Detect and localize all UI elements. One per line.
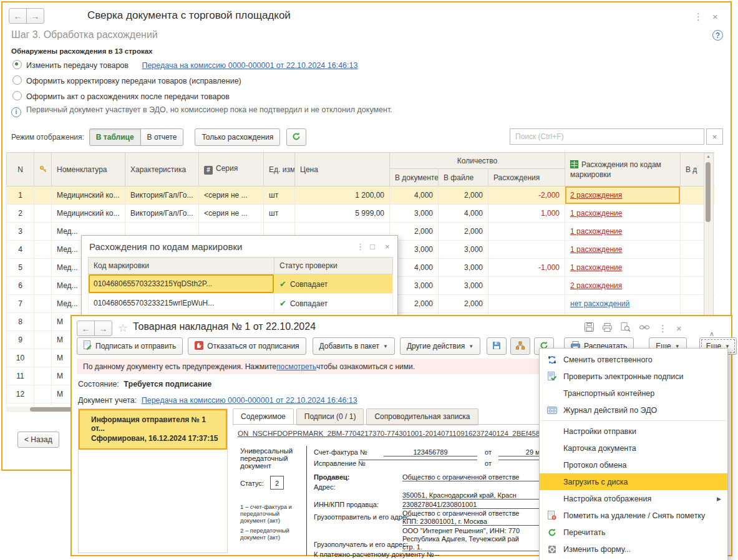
cell-unit[interactable]: шт (264, 186, 295, 205)
menu-item[interactable]: Журнал действий по ЭДО (540, 402, 727, 418)
back-step-button[interactable]: < Назад (17, 432, 59, 448)
cell-lock[interactable] (34, 385, 52, 403)
window-menu-icon[interactable]: ⋮ (694, 12, 703, 21)
menu-item[interactable]: Сменить ответственного (540, 351, 727, 368)
cell-check-status[interactable]: ✔Совпадает (274, 294, 393, 313)
forward-button[interactable]: → (26, 8, 44, 24)
option-act[interactable]: Оформить акт о расхождениях после переда… (12, 91, 230, 101)
col-header-nomenclature[interactable]: Номенклатура (52, 153, 125, 186)
cell-n[interactable]: 4 (7, 241, 34, 259)
close-icon[interactable]: × (712, 12, 718, 21)
menu-item[interactable]: Настройки отправки (540, 423, 727, 440)
cell-lock[interactable] (34, 205, 52, 223)
cell-n[interactable]: 2 (7, 205, 34, 223)
discrepancy-link[interactable]: 1 расхождение (570, 227, 622, 236)
cell-n[interactable]: 6 (7, 277, 34, 295)
cell-price[interactable]: 1 200,00 (295, 186, 390, 205)
window-menu-icon[interactable]: ⋮ (658, 324, 668, 333)
menu-item[interactable]: Карточка документа (540, 440, 727, 456)
cell-marking-code[interactable]: 0104680655703233215wrlEpWuH... (89, 294, 274, 313)
col-header-qty-file[interactable]: В файле (439, 169, 488, 186)
col-header-unit[interactable]: Ед. изм. (264, 153, 295, 186)
menu-item[interactable]: Изменить форму... (540, 541, 727, 558)
cell-qty-diff[interactable] (488, 241, 565, 259)
cell-qty-diff[interactable]: 1,000 (488, 205, 565, 223)
link-icon[interactable] (639, 324, 649, 332)
table-row[interactable]: 1Медицинский ко...Виктория/Гал/Го...<сер… (7, 186, 715, 205)
sign-send-button[interactable]: Подписать и отправить (77, 337, 183, 355)
cell-qty-doc[interactable]: 4,000 (390, 186, 439, 205)
menu-item[interactable]: Проверить электронные подписи (540, 368, 727, 385)
refresh-button[interactable] (286, 128, 306, 146)
transfer-doc-link[interactable]: Передача на комиссию 0000-000001 от 22.1… (142, 61, 357, 70)
cell-qty-diff[interactable] (488, 277, 565, 295)
menu-item[interactable]: Пометить на удаление / Снять пометку (540, 507, 727, 524)
cell-lock[interactable] (34, 403, 52, 406)
menu-item[interactable]: Перечитать (540, 524, 727, 541)
radio-icon[interactable] (12, 75, 22, 85)
cell-check-status[interactable]: ✔Совпадает (274, 274, 393, 294)
cell-marking-link[interactable]: 2 расхождения (565, 186, 681, 205)
col-header-series[interactable]: #Серия (199, 153, 264, 186)
col-header-characteristic[interactable]: Характеристика (125, 153, 199, 186)
cell-lock[interactable] (34, 277, 52, 295)
cell-nomenclature[interactable]: Медицинский ко... (52, 186, 125, 205)
cell-qty-file[interactable]: 3,000 (439, 259, 488, 277)
cell-n[interactable]: 12 (7, 385, 34, 403)
favorite-star-icon[interactable]: ☆ (118, 321, 128, 335)
warning-view-link[interactable]: посмотреть (276, 362, 316, 371)
cell-lock[interactable] (34, 295, 52, 313)
cell-unit[interactable]: шт (264, 205, 295, 223)
cell-marking-link[interactable]: 1 расхождение (565, 205, 681, 223)
other-actions-button[interactable]: Другие действия▼ (400, 337, 480, 355)
radio-icon[interactable] (12, 60, 22, 69)
preview-icon[interactable] (621, 322, 631, 334)
print-icon[interactable] (603, 323, 612, 334)
popup-row[interactable]: 0104680655703233215YqDSth2P...✔Совпадает (89, 274, 393, 294)
discrepancy-link[interactable]: 2 расхождения (570, 281, 622, 290)
table-row[interactable]: 2Медицинский ко...Виктория/Гал/Го...<сер… (7, 205, 715, 223)
scroll-up-icon[interactable]: ▲ (706, 154, 711, 158)
cell-qty-diff[interactable]: -1,000 (488, 259, 565, 277)
cell-lock[interactable] (34, 313, 52, 331)
maximize-icon[interactable]: □ (370, 243, 375, 251)
search-clear-button[interactable]: × (706, 128, 723, 145)
view-mode-table-button[interactable]: В таблице (89, 128, 141, 146)
back-button[interactable]: ← (9, 8, 27, 24)
cell-marking-link[interactable]: 2 расхождения (565, 277, 681, 295)
cell-qty-doc[interactable]: 3,000 (390, 205, 439, 223)
close-icon[interactable]: × (676, 324, 682, 333)
close-icon[interactable]: × (385, 243, 390, 251)
back-button[interactable]: ← (77, 321, 95, 336)
cell-n[interactable]: 9 (7, 331, 34, 349)
cell-n[interactable]: 8 (7, 313, 34, 331)
sender-info-item[interactable]: Информация отправителя № 1 от... Сформир… (79, 409, 227, 450)
help-icon[interactable]: ? (712, 30, 723, 41)
edo-file-link[interactable]: ON_NSCHFDOPPRMARK_2BM-7704217370-7743010… (238, 430, 540, 437)
discrepancy-link[interactable]: нет расхождений (570, 299, 629, 308)
view-mode-report-button[interactable]: В отчете (140, 128, 184, 146)
option-correction[interactable]: Оформить корректировку передачи товаров … (12, 75, 241, 85)
cell-price[interactable]: 5 999,00 (295, 205, 390, 223)
cell-lock[interactable] (34, 331, 52, 349)
menu-item[interactable]: Настройка отображения▶ (540, 490, 727, 507)
cell-qty-diff[interactable] (488, 223, 565, 241)
menu-item[interactable]: Протокол обмена (540, 456, 727, 473)
cell-lock[interactable] (34, 186, 52, 205)
cell-n[interactable]: 7 (7, 295, 34, 313)
col-header-marking[interactable]: Расхождения по кодам маркировки (565, 153, 681, 186)
cell-series[interactable]: <серия не ... (199, 186, 264, 205)
cell-characteristic[interactable]: Виктория/Гал/Го... (125, 186, 199, 205)
cell-marking-link[interactable]: 1 расхождение (565, 241, 681, 259)
cell-lock[interactable] (34, 259, 52, 277)
cell-lock[interactable] (34, 349, 52, 367)
search-input[interactable] (510, 128, 704, 145)
menu-item[interactable]: Загрузить с диска (540, 473, 727, 490)
cell-nomenclature[interactable]: Медицинский ко... (52, 205, 125, 223)
col-header-price[interactable]: Цена (295, 153, 390, 186)
cell-marking-link[interactable]: 1 расхождение (565, 259, 681, 277)
col-header-quantity-group[interactable]: Количество (390, 153, 565, 169)
cell-lock[interactable] (34, 241, 52, 259)
discrepancy-link[interactable]: 2 расхождения (570, 191, 622, 200)
cell-n[interactable]: 11 (7, 367, 34, 385)
